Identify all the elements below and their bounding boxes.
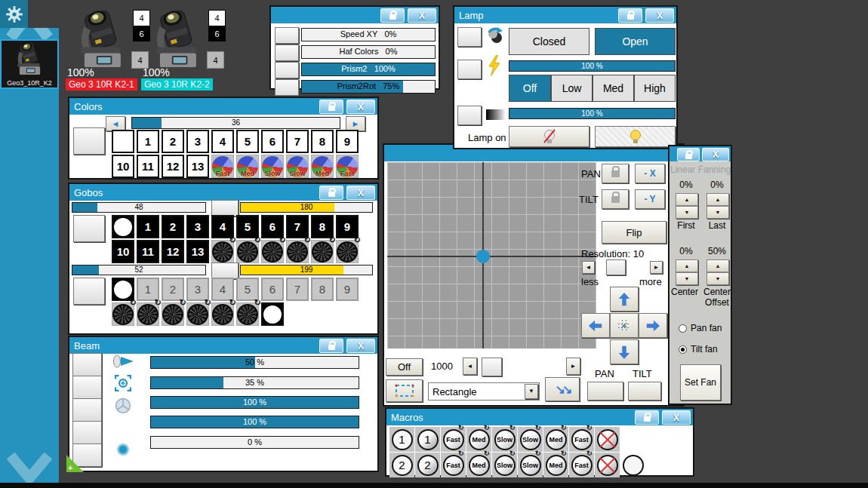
gobo-slot[interactable]: 11 — [137, 240, 159, 263]
gobo-slot[interactable]: 10 — [112, 240, 134, 263]
iris-slider[interactable]: 100 % — [150, 396, 359, 409]
color-rainbow-med-button[interactable]: Med — [236, 155, 259, 178]
center-position-button[interactable] — [610, 313, 639, 338]
macro-slow-button[interactable]: Slow — [492, 453, 517, 477]
pan-lock-button[interactable] — [602, 164, 629, 183]
lock-button[interactable] — [677, 148, 700, 161]
color-rainbow-slow-rev-button[interactable]: Slow — [286, 155, 309, 178]
moving-head-fixture-2[interactable] — [147, 6, 208, 75]
close-button[interactable]: X — [346, 339, 375, 353]
preset-select-button[interactable] — [275, 45, 299, 61]
first-down-button[interactable]: ▼ — [676, 206, 698, 219]
color-slot[interactable]: 6 — [261, 130, 284, 153]
haf-colors-slider[interactable]: Haf Colors 0% — [301, 45, 436, 59]
color-slot[interactable]: 1 — [137, 130, 159, 153]
color-rainbow-med-rev-button[interactable]: Med — [311, 155, 334, 178]
invert-y-button[interactable]: - Y — [635, 189, 665, 209]
fixture-2-badge-low[interactable]: 4 — [207, 51, 224, 69]
macro-fast-rev-button[interactable]: Fast — [569, 427, 594, 452]
color-slot[interactable]: 9 — [336, 130, 359, 153]
macro-blank-button[interactable] — [620, 453, 645, 477]
color-slot[interactable]: 7 — [286, 130, 309, 153]
gobo-slot-disabled[interactable]: 6 — [261, 278, 284, 301]
resolution-scroll-left[interactable]: ◄ — [582, 261, 595, 274]
gobo-slot[interactable]: 1 — [137, 215, 159, 238]
settings-tile[interactable] — [0, 0, 28, 28]
close-button[interactable]: X — [408, 8, 436, 23]
dimmer-slider[interactable]: 100 % — [509, 108, 676, 119]
color-wheel-left-button[interactable]: ◄ — [106, 116, 125, 131]
gobo-slot[interactable]: 12 — [162, 240, 184, 263]
beam-select-button[interactable] — [72, 443, 102, 467]
nudge-up-button[interactable] — [610, 287, 639, 312]
macro-fast-rev-button[interactable]: Fast — [569, 453, 594, 477]
color-wheel-slider[interactable]: 36 — [131, 117, 340, 129]
gobo-rotate-button[interactable] — [261, 240, 284, 263]
lock-button[interactable] — [319, 186, 343, 200]
last-up-button[interactable]: ▲ — [706, 193, 729, 206]
interval-scroll-thumb[interactable] — [482, 358, 502, 376]
shape-dropdown[interactable]: Rectangle ▼ — [428, 382, 540, 401]
speed-xy-slider[interactable]: Speed XY 0% — [301, 28, 436, 41]
color-slot[interactable]: 5 — [236, 130, 259, 153]
gobo-slot-open[interactable] — [261, 302, 284, 326]
flip-button[interactable]: Flip — [602, 221, 666, 244]
lock-button[interactable] — [618, 8, 642, 23]
nudge-right-button[interactable] — [639, 313, 667, 338]
macro-med-button[interactable]: Med — [466, 453, 491, 477]
macro-fast-button[interactable]: Fast — [441, 427, 466, 452]
macro-fast-button[interactable]: Fast — [441, 453, 466, 477]
lock-button[interactable] — [380, 8, 405, 23]
offset-up-button[interactable]: ▲ — [706, 259, 729, 272]
gobo-rotate-button[interactable] — [236, 302, 259, 326]
pan-value-button[interactable] — [587, 382, 623, 401]
gobo-rotate-button[interactable] — [236, 240, 259, 263]
fixture-2-badge-mid[interactable]: 6 — [208, 26, 226, 41]
gobos-select-button[interactable] — [73, 215, 105, 242]
beam-select-button[interactable] — [72, 376, 102, 399]
gobo-rotate-button[interactable] — [311, 240, 334, 263]
fixture-2-badge-top[interactable]: 4 — [208, 10, 226, 26]
preset-select-button[interactable] — [275, 27, 299, 44]
color-slot[interactable]: 10 — [112, 155, 134, 178]
color-slot[interactable]: 12 — [162, 155, 184, 178]
gobo-rotate-button[interactable] — [286, 240, 309, 263]
gobo-rotate-button[interactable] — [137, 302, 159, 326]
dropdown-arrow-button[interactable]: ▼ — [525, 384, 538, 399]
gobo-slot[interactable]: 13 — [186, 240, 209, 263]
prism2-slider[interactable]: Prism2 100% — [301, 63, 436, 76]
strobe-med-button[interactable]: Med — [593, 75, 634, 102]
strobe-off-button[interactable]: Off — [509, 75, 551, 102]
macro-stop-button[interactable] — [595, 427, 620, 452]
set-fan-button[interactable]: Set Fan — [680, 364, 721, 401]
dimmer-select-button[interactable] — [457, 106, 482, 125]
preset-select-button[interactable] — [275, 62, 299, 78]
macro-stop-button[interactable] — [595, 453, 620, 477]
macro-1-alt-button[interactable]: 1 — [415, 427, 440, 452]
gobo-rotate-button[interactable] — [336, 240, 359, 263]
strobe-high-button[interactable]: High — [634, 75, 676, 102]
gobo1-mode-button[interactable] — [211, 200, 239, 216]
tilt-lock-button[interactable] — [602, 189, 629, 209]
invert-x-button[interactable]: - X — [635, 164, 665, 183]
macro-slow-rev-button[interactable]: Slow — [518, 427, 543, 452]
gobo-rotate-button[interactable] — [112, 302, 134, 326]
zoom-slider[interactable]: 35 % — [150, 376, 359, 389]
strobe-select-button[interactable] — [457, 60, 482, 79]
first-up-button[interactable]: ▲ — [676, 193, 698, 206]
beam-select-button[interactable] — [72, 398, 102, 422]
position-dot[interactable] — [476, 250, 490, 263]
beam-select-button[interactable] — [72, 421, 102, 444]
tilt-value-button[interactable] — [628, 382, 661, 401]
scroll-down-chevron-icon[interactable] — [6, 453, 53, 483]
gobo-wheel2-slider[interactable]: 52 — [72, 265, 206, 275]
close-button[interactable]: X — [645, 8, 674, 23]
macro-slow-rev-button[interactable]: Slow — [518, 453, 543, 477]
gobo-rotate-button[interactable] — [211, 240, 234, 263]
fixture-2-name-chip[interactable]: Geo 3 10R K2-2 — [141, 78, 213, 91]
offset-down-button[interactable]: ▼ — [706, 272, 729, 285]
lamp-off-button[interactable] — [509, 126, 589, 147]
close-button[interactable]: X — [346, 100, 375, 114]
pan-tilt-grid[interactable] — [387, 162, 596, 348]
color-slot[interactable]: 4 — [211, 130, 234, 153]
